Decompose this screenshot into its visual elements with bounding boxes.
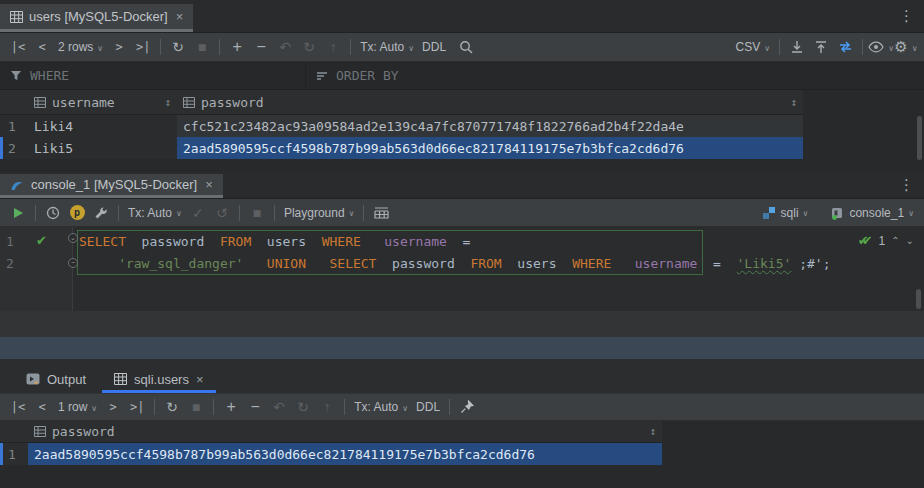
- ddl-button[interactable]: DDL: [418, 40, 450, 54]
- last-page-button[interactable]: >|: [131, 36, 155, 58]
- services-result-panel: Output sqli.users × |< < 1 row > >| ↻ ■ …: [0, 359, 924, 488]
- sql-space: [251, 256, 259, 271]
- export-download-icon[interactable]: [785, 36, 809, 58]
- tx-mode-dropdown[interactable]: Tx: Auto: [356, 40, 418, 54]
- separator: [449, 399, 450, 415]
- order-by-placeholder: ORDER BY: [336, 68, 399, 83]
- table-row[interactable]: 1 Liki4 cfc521c23482ac93a09584ad2e139c4a…: [0, 115, 924, 137]
- sql-keyword: WHERE: [322, 234, 361, 249]
- result-data-grid: password ↕ 1 2aad5890595ccf4598b787b99ab…: [0, 421, 924, 488]
- delete-row-button[interactable]: −: [243, 396, 267, 418]
- sql-keyword: SELECT: [329, 256, 376, 271]
- cell-username[interactable]: Liki5: [28, 137, 177, 159]
- search-icon[interactable]: [454, 36, 478, 58]
- next-page-button[interactable]: >: [101, 396, 125, 418]
- code-line-2[interactable]: 'raw_sql_danger' UNION SELECT password F…: [79, 253, 830, 275]
- add-row-button[interactable]: +: [219, 396, 243, 418]
- compare-sync-icon[interactable]: [833, 36, 857, 58]
- row-number: 2: [0, 137, 28, 159]
- table-grid-icon: [10, 11, 23, 23]
- in-editor-results-icon[interactable]: [369, 202, 393, 224]
- editor-scrollbar[interactable]: [916, 289, 921, 309]
- export-format-dropdown[interactable]: CSV: [732, 40, 775, 54]
- run-icon[interactable]: [6, 202, 30, 224]
- inspection-widget[interactable]: ✔✔ 1 ⌃ ⌄: [858, 233, 914, 248]
- tab-output[interactable]: Output: [14, 365, 98, 393]
- tab-console[interactable]: console_1 [MySQL5-Docker] ×: [0, 174, 223, 198]
- reload-icon[interactable]: ↻: [166, 36, 190, 58]
- delete-row-button[interactable]: −: [249, 36, 273, 58]
- sql-column-ref: username: [384, 234, 447, 249]
- top-grid-toolbar: |< < 2 rows > >| ↻ ■ + − ↶ ↻ ↑ Tx: Auto …: [0, 33, 924, 62]
- first-page-button[interactable]: |<: [6, 396, 30, 418]
- ddl-button[interactable]: DDL: [412, 400, 444, 414]
- reload-icon[interactable]: ↻: [160, 396, 184, 418]
- parameters-icon[interactable]: p: [65, 202, 89, 224]
- tx-mode-dropdown[interactable]: Tx: Auto: [124, 206, 186, 220]
- separator: [239, 205, 240, 221]
- last-page-button[interactable]: >|: [125, 396, 149, 418]
- schema-selector-dropdown[interactable]: sqli: [758, 206, 813, 220]
- where-filter-input[interactable]: WHERE: [0, 62, 306, 89]
- column-header-password[interactable]: password ↕: [28, 421, 662, 442]
- grid-header: password ↕: [0, 421, 662, 443]
- history-clock-icon[interactable]: [41, 202, 65, 224]
- services-splitter-band: [0, 337, 924, 359]
- vertical-scrollbar[interactable]: [917, 116, 922, 160]
- playground-mode-dropdown[interactable]: Playground: [280, 206, 359, 220]
- sql-string: 'raw_sql_danger': [118, 256, 243, 271]
- table-grid-icon: [114, 373, 127, 385]
- sort-toggle-icon[interactable]: ↕: [649, 425, 656, 438]
- column-icon: [34, 426, 46, 437]
- fold-marker-icon[interactable]: −: [68, 258, 78, 268]
- settings-gear-icon[interactable]: ⚙: [894, 36, 918, 58]
- tx-mode-dropdown[interactable]: Tx: Auto: [350, 400, 412, 414]
- sql-operator: =: [455, 234, 471, 249]
- close-icon[interactable]: ×: [196, 372, 204, 387]
- revert-icon: ↶: [273, 36, 297, 58]
- cell-password-selected[interactable]: 2aad5890595ccf4598b787b99ab563d0d66ec821…: [177, 137, 803, 159]
- sql-editor[interactable]: 1 2 ✔ ⌄ − SELECT password FROM users WHE…: [0, 227, 924, 311]
- tab-result-sqli-users[interactable]: sqli.users ×: [102, 365, 216, 393]
- code-line-1[interactable]: SELECT password FROM users WHERE usernam…: [79, 231, 470, 253]
- separator: [779, 39, 780, 55]
- pin-tab-icon[interactable]: [455, 396, 479, 418]
- table-row[interactable]: 2 Liki5 2aad5890595ccf4598b787b99ab563d0…: [0, 137, 924, 159]
- import-upload-icon[interactable]: [809, 36, 833, 58]
- next-problem-icon[interactable]: ⌄: [906, 235, 914, 246]
- separator: [219, 39, 220, 55]
- cell-password[interactable]: cfc521c23482ac93a09584ad2e139c4a7fc87077…: [177, 115, 803, 137]
- kebab-menu-icon[interactable]: ⋮: [889, 176, 924, 194]
- close-icon[interactable]: ×: [176, 9, 184, 24]
- first-page-button[interactable]: |<: [6, 36, 30, 58]
- column-header-password[interactable]: password ↕: [177, 90, 803, 114]
- prev-problem-icon[interactable]: ⌃: [891, 235, 899, 246]
- cell-username[interactable]: Liki4: [28, 115, 177, 137]
- session-selector-dropdown[interactable]: console_1: [826, 206, 918, 220]
- tab-users-table[interactable]: users [MySQL5-Docker] ×: [0, 4, 193, 32]
- prev-page-button[interactable]: <: [30, 396, 54, 418]
- close-icon[interactable]: ×: [205, 177, 213, 192]
- view-options-eye-icon[interactable]: [868, 36, 894, 58]
- sort-toggle-icon[interactable]: ↕: [790, 96, 797, 109]
- stop-icon: ■: [245, 202, 269, 224]
- page-size-dropdown[interactable]: 1 row: [54, 400, 101, 414]
- row-number: 1: [0, 443, 28, 465]
- cell-password-selected[interactable]: 2aad5890595ccf4598b787b99ab563d0d66ec821…: [28, 443, 662, 465]
- column-icon: [34, 97, 46, 108]
- page-size-dropdown[interactable]: 2 rows: [54, 40, 107, 54]
- separator: [274, 205, 275, 221]
- add-row-button[interactable]: +: [225, 36, 249, 58]
- submit-reload-icon: ↻: [297, 36, 321, 58]
- table-row[interactable]: 1 2aad5890595ccf4598b787b99ab563d0d66ec8…: [0, 443, 662, 465]
- prev-page-button[interactable]: <: [30, 36, 54, 58]
- kebab-menu-icon[interactable]: ⋮: [889, 7, 924, 25]
- sort-toggle-icon[interactable]: ↕: [164, 96, 171, 109]
- order-by-filter-input[interactable]: ORDER BY: [306, 62, 409, 89]
- sql-column-ref: username: [635, 256, 698, 271]
- output-icon: [26, 372, 40, 386]
- column-header-username[interactable]: username ↕: [28, 90, 177, 114]
- next-page-button[interactable]: >: [107, 36, 131, 58]
- wrench-settings-icon[interactable]: [89, 202, 113, 224]
- fold-marker-icon[interactable]: ⌄: [68, 233, 78, 243]
